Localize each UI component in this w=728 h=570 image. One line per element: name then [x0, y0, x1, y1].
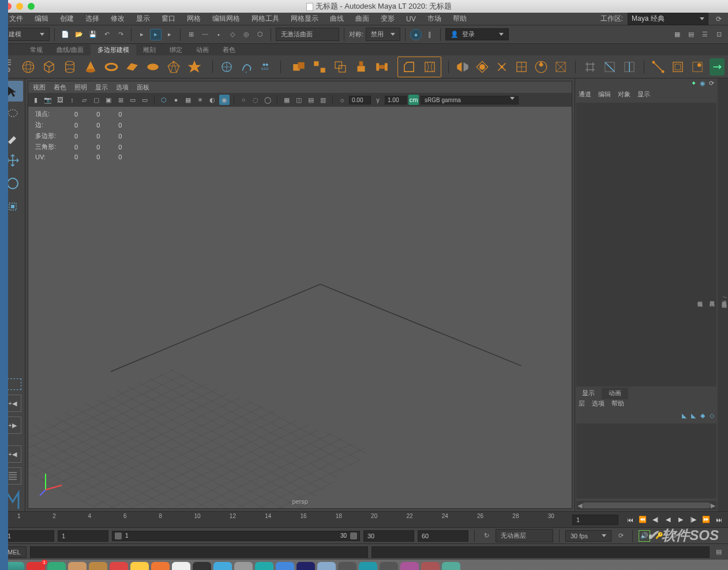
- shelf-tab-sculpt[interactable]: 雕刻: [136, 44, 163, 55]
- symmetry-selector[interactable]: 禁用: [366, 28, 400, 41]
- login-button[interactable]: 👤登录: [445, 28, 509, 40]
- strip-channelbox[interactable]: 通道盒/层编辑器: [721, 297, 728, 298]
- new-layer-assign-icon[interactable]: ◇: [710, 412, 714, 421]
- circularize-icon[interactable]: [475, 58, 490, 76]
- menu-help[interactable]: 帮助: [447, 13, 472, 25]
- safe-action-icon[interactable]: ▭: [127, 95, 138, 105]
- image-plane-icon[interactable]: 🖼: [55, 95, 65, 105]
- mirror-icon[interactable]: [455, 58, 470, 76]
- color-mgmt-icon[interactable]: cm: [408, 95, 419, 105]
- combine-icon[interactable]: [290, 58, 307, 76]
- crease-icon[interactable]: [670, 58, 685, 76]
- exposure-field[interactable]: 0.00: [349, 96, 371, 104]
- triangulate-icon[interactable]: [553, 58, 568, 76]
- vp-menu-panels[interactable]: 面板: [137, 83, 149, 92]
- gate-mask-icon[interactable]: ▣: [103, 95, 114, 105]
- range-start-field[interactable]: 1: [3, 530, 54, 542]
- menu-set-selector[interactable]: 建模: [3, 28, 50, 41]
- gamma-icon[interactable]: γ: [373, 95, 383, 105]
- camera-bookmark-icon[interactable]: 📷: [43, 95, 53, 105]
- menu-create[interactable]: 创建: [54, 13, 80, 25]
- select-hierarchy-icon[interactable]: ▸: [136, 29, 148, 40]
- smooth-shade-icon[interactable]: ●: [171, 95, 181, 105]
- play-forward-icon[interactable]: ▶: [675, 514, 686, 526]
- poly-disc-icon[interactable]: [144, 58, 162, 76]
- save-scene-icon[interactable]: 💾: [87, 29, 99, 40]
- minimize-icon[interactable]: [16, 3, 23, 10]
- fps-selector[interactable]: 30 fps: [565, 530, 611, 542]
- wireframe-icon[interactable]: ⬡: [159, 95, 169, 105]
- xray-joints-icon[interactable]: ◯: [262, 95, 273, 105]
- menu-mesh[interactable]: 网格: [181, 13, 207, 25]
- dock-app14-icon[interactable]: [297, 562, 315, 570]
- poly-type-icon[interactable]: [219, 58, 234, 76]
- shelf-tab-shading[interactable]: 着色: [216, 44, 242, 55]
- ao-icon[interactable]: ◉: [219, 95, 230, 105]
- content-browser-icon[interactable]: ◆◆0,0,0: [258, 58, 273, 76]
- dock-app19-icon[interactable]: [400, 562, 419, 570]
- axis-icon[interactable]: ✦: [691, 80, 696, 89]
- shelf-tab-polymodeling[interactable]: 多边形建模: [91, 44, 136, 55]
- range-end-field[interactable]: 60: [418, 530, 468, 542]
- shelf-tab-curves[interactable]: 曲线/曲面: [50, 44, 91, 55]
- live-surface-field[interactable]: 无激活曲面: [276, 28, 339, 41]
- bridge-icon[interactable]: [373, 58, 391, 76]
- target-weld-icon[interactable]: [514, 58, 529, 76]
- polycount-icon[interactable]: ▤: [306, 95, 316, 105]
- new-layer-icon[interactable]: ◆: [700, 412, 705, 421]
- snap-plane-icon[interactable]: ◇: [227, 29, 238, 40]
- menu-modify[interactable]: 修改: [105, 13, 130, 25]
- vp-menu-options[interactable]: 选项: [116, 83, 129, 92]
- cmd-input[interactable]: [30, 546, 368, 558]
- open-scene-icon[interactable]: 📂: [73, 29, 85, 40]
- menu-select[interactable]: 选择: [80, 13, 105, 25]
- step-forward-icon[interactable]: |▶: [688, 514, 699, 526]
- isolate-select-icon[interactable]: ○: [238, 95, 249, 105]
- channel-menu-show[interactable]: 显示: [637, 90, 650, 102]
- dock-app11-icon[interactable]: [234, 562, 253, 570]
- vp-menu-shading[interactable]: 着色: [54, 83, 66, 92]
- make-live-icon[interactable]: ⬡: [254, 29, 266, 40]
- new-scene-icon[interactable]: 📄: [59, 29, 71, 40]
- dock-app18-icon[interactable]: [380, 562, 398, 570]
- insert-edge-icon[interactable]: [622, 58, 637, 76]
- channel-menu-object[interactable]: 对象: [618, 90, 631, 102]
- poly-star-icon[interactable]: [186, 58, 203, 76]
- sphere-icon[interactable]: ◉: [700, 80, 706, 89]
- menu-uv[interactable]: UV: [400, 14, 422, 24]
- merge-icon[interactable]: [494, 58, 509, 76]
- layer-tab-display[interactable]: 显示: [575, 388, 602, 399]
- poly-cube-icon[interactable]: [40, 58, 58, 76]
- step-back-icon[interactable]: ◀|: [650, 514, 661, 526]
- snap-grid-icon[interactable]: ⊞: [185, 29, 197, 40]
- wireframe-on-shaded-icon[interactable]: ◫: [294, 95, 304, 105]
- toggle-channelbox-icon[interactable]: ▦: [671, 29, 683, 40]
- viewport-3d[interactable]: 顶点:000 边:000 多边形:000 三角形:000 UV:000: [28, 107, 572, 508]
- film-gate-icon[interactable]: ▱: [79, 95, 89, 105]
- layer-up-icon[interactable]: ◣: [682, 412, 686, 421]
- vp-menu-show[interactable]: 显示: [95, 83, 108, 92]
- workspace-reset-icon[interactable]: ⟳: [713, 13, 725, 25]
- menu-surfaces[interactable]: 曲面: [350, 13, 375, 25]
- time-ruler[interactable]: 124681012141618202224262830: [17, 512, 570, 527]
- exposure-icon[interactable]: ☼: [337, 95, 347, 105]
- channel-box-body[interactable]: [576, 103, 716, 387]
- dock-app2-icon[interactable]: [47, 562, 66, 570]
- layer-menu-help[interactable]: 帮助: [611, 399, 624, 411]
- go-end-icon[interactable]: ⏭: [713, 514, 725, 526]
- layer-list[interactable]: [576, 423, 716, 498]
- menu-mesh-display[interactable]: 网格显示: [285, 13, 324, 25]
- connect-icon[interactable]: [651, 58, 666, 76]
- layer-menu-layers[interactable]: 层: [579, 399, 585, 411]
- anim-layer-selector[interactable]: 无动画层: [496, 529, 553, 542]
- time-slider[interactable]: 124681012141618202224262830 1 ⏮ ⏪ ◀| ◀ ▶…: [0, 511, 728, 527]
- color-space-selector[interactable]: sRGB gamma: [421, 96, 519, 104]
- dock-app20-icon[interactable]: [421, 562, 440, 570]
- toggle-toolsettings-icon[interactable]: ▤: [685, 29, 697, 40]
- sculpt-icon[interactable]: [690, 58, 705, 76]
- dock-app13-icon[interactable]: [276, 562, 294, 570]
- poly-cone-icon[interactable]: [82, 58, 99, 76]
- separate-icon[interactable]: [311, 58, 328, 76]
- dock-app12-icon[interactable]: [255, 562, 273, 570]
- toggle-attribute-icon[interactable]: ☰: [699, 29, 711, 40]
